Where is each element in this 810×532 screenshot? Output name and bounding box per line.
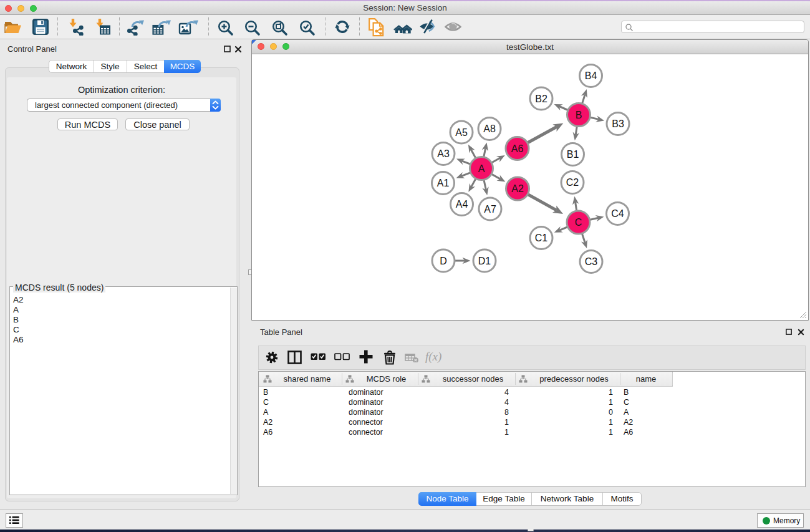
svg-text:f(x): f(x) (425, 351, 441, 364)
svg-text:A6: A6 (511, 143, 524, 154)
svg-text:A4: A4 (456, 199, 468, 210)
svg-text:A5: A5 (455, 127, 468, 138)
svg-text:C3: C3 (585, 256, 598, 267)
svg-text:C2: C2 (566, 177, 579, 188)
svg-text:B1: B1 (567, 149, 579, 160)
svg-text:B: B (576, 110, 582, 120)
svg-text:B3: B3 (612, 118, 624, 129)
svg-text:D: D (440, 256, 447, 266)
svg-text:A2: A2 (511, 183, 524, 194)
svg-text:C: C (575, 217, 582, 228)
svg-text:C1: C1 (535, 233, 548, 243)
svg-text:A1: A1 (437, 178, 450, 188)
svg-text:A: A (478, 163, 485, 174)
svg-text:A7: A7 (484, 204, 496, 215)
svg-text:D1: D1 (478, 256, 491, 266)
svg-text:B2: B2 (535, 94, 547, 104)
svg-text:A3: A3 (437, 148, 450, 159)
svg-text:B4: B4 (585, 70, 597, 81)
svg-text:A8: A8 (483, 123, 496, 134)
svg-text:C4: C4 (611, 208, 624, 219)
